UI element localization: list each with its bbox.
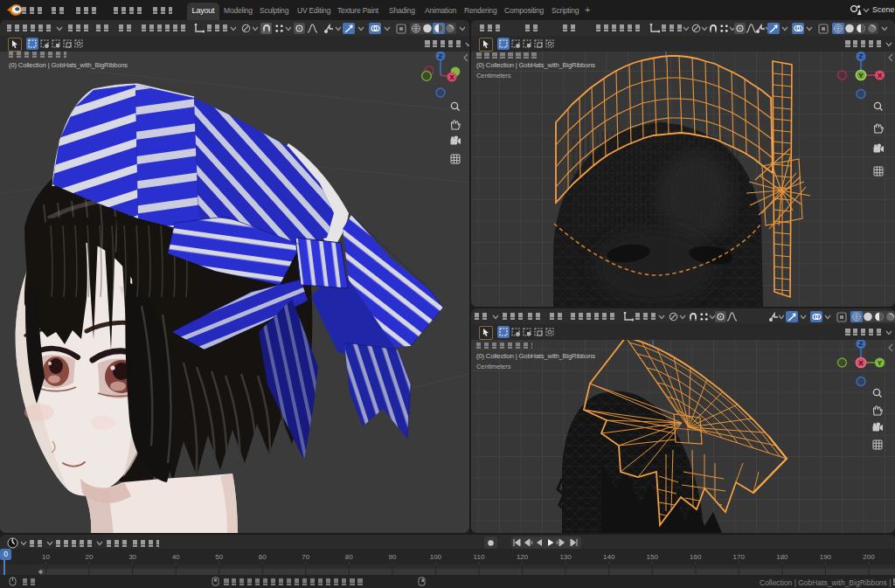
svg-text:X: X: [858, 359, 864, 367]
svg-text:X: X: [449, 73, 454, 81]
svg-text:180: 180: [776, 553, 788, 561]
svg-text:70: 70: [302, 553, 309, 561]
svg-text:Z: Z: [859, 340, 864, 348]
svg-text:Z: Z: [439, 52, 443, 60]
svg-text:170: 170: [733, 553, 746, 561]
svg-text:190: 190: [820, 553, 832, 561]
svg-text:30: 30: [128, 553, 136, 561]
svg-text:110: 110: [474, 553, 485, 561]
svg-text:100: 100: [430, 553, 442, 561]
svg-text:10: 10: [42, 553, 50, 561]
svg-text:150: 150: [647, 553, 659, 561]
svg-text:Z: Z: [859, 52, 864, 60]
svg-text:20: 20: [86, 553, 94, 561]
svg-text:130: 130: [559, 553, 572, 561]
svg-text:90: 90: [388, 553, 396, 561]
svg-text:50: 50: [215, 553, 223, 561]
svg-text:160: 160: [690, 553, 702, 561]
svg-text:Y: Y: [858, 72, 864, 80]
svg-text:X: X: [878, 72, 883, 80]
svg-text:200: 200: [863, 553, 875, 561]
svg-text:60: 60: [259, 553, 267, 561]
svg-text:40: 40: [172, 553, 180, 561]
svg-text:120: 120: [517, 553, 529, 561]
svg-text:Y: Y: [878, 359, 883, 367]
svg-text:140: 140: [603, 553, 615, 561]
svg-text:80: 80: [345, 553, 353, 561]
